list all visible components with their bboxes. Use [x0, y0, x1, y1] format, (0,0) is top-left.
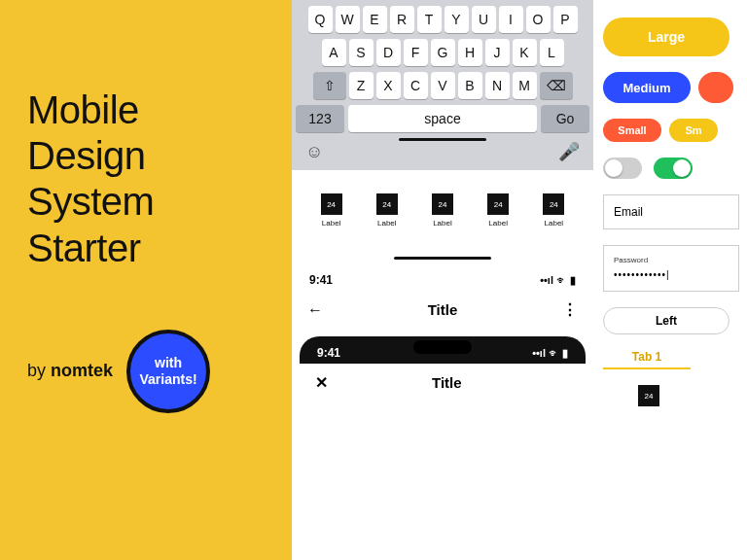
key-x[interactable]: X — [376, 72, 401, 99]
key-d[interactable]: D — [376, 39, 401, 66]
byline: by nomtek with Variants! — [27, 330, 265, 413]
icon-label-item[interactable]: 24Label — [432, 193, 453, 228]
icon-label-item[interactable]: 24Label — [321, 193, 342, 228]
toggle-knob — [605, 159, 622, 177]
toggle-off[interactable] — [603, 158, 642, 179]
toggle-on[interactable] — [654, 158, 693, 179]
emoji-icon[interactable]: ☺ — [305, 142, 323, 162]
mic-icon[interactable]: 🎤 — [558, 141, 580, 162]
small-button-row: Small Sm — [603, 119, 747, 142]
toggle-row — [603, 158, 747, 179]
nav-bar-light: ← Title ⋮ — [292, 291, 593, 329]
byline-text: by nomtek — [27, 361, 113, 381]
icon-label-item[interactable]: 24Label — [487, 193, 509, 228]
key-r[interactable]: R — [390, 6, 414, 33]
key-t[interactable]: T — [417, 6, 442, 33]
icon-label-item[interactable]: 24Label — [543, 193, 564, 228]
key-y[interactable]: Y — [445, 6, 469, 33]
middle-column: Q W E R T Y U I O P A S D F G H J K L ⇧ … — [292, 0, 593, 560]
email-label: Email — [614, 205, 643, 219]
wifi-icon: ᯤ — [556, 274, 567, 286]
key-u[interactable]: U — [472, 6, 496, 33]
medium-button[interactable]: Medium — [603, 72, 691, 103]
key-v[interactable]: V — [431, 72, 455, 99]
battery-icon: ▮ — [570, 274, 576, 287]
key-g[interactable]: G — [431, 39, 455, 66]
notch — [413, 340, 472, 354]
battery-icon: ▮ — [562, 347, 568, 360]
left-chip[interactable]: Left — [603, 307, 729, 334]
close-icon[interactable]: ✕ — [315, 373, 328, 392]
keyboard-row-3: ⇧ Z X C V B N M ⌫ — [296, 72, 589, 99]
wifi-icon: ᯤ — [549, 347, 559, 359]
key-i[interactable]: I — [499, 6, 523, 33]
icon-caption: Label — [433, 219, 452, 228]
placeholder-icon: 24 — [432, 193, 453, 215]
backspace-key[interactable]: ⌫ — [540, 72, 573, 99]
key-l[interactable]: L — [540, 39, 564, 66]
nav-title: Title — [432, 374, 462, 391]
key-a[interactable]: A — [322, 39, 346, 66]
status-icons: ••ıl ᯤ ▮ — [540, 274, 576, 287]
right-column: Large Medium Small Sm Email Password •••… — [593, 0, 747, 560]
key-e[interactable]: E — [363, 6, 387, 33]
variants-badge: with Variants! — [126, 330, 210, 413]
hero-title: Mobile Design System Starter — [27, 88, 265, 271]
back-arrow-icon[interactable]: ← — [307, 301, 323, 319]
medium-button-alt[interactable] — [698, 72, 733, 103]
key-w[interactable]: W — [336, 6, 360, 33]
mini-placeholder-icon: 24 — [638, 385, 659, 406]
small-button[interactable]: Small — [603, 119, 661, 142]
small-button-alt[interactable]: Sm — [669, 119, 718, 142]
hero-panel: Mobile Design System Starter by nomtek w… — [0, 0, 292, 560]
key-f[interactable]: F — [404, 39, 428, 66]
title-line: Design — [27, 134, 146, 177]
placeholder-icon: 24 — [487, 193, 509, 215]
key-m[interactable]: M — [513, 72, 537, 99]
password-field[interactable]: Password ••••••••••••| — [603, 245, 739, 292]
email-field[interactable]: Email — [603, 194, 739, 229]
more-icon[interactable]: ⋮ — [562, 300, 578, 319]
key-n[interactable]: N — [485, 72, 510, 99]
signal-icon: ••ıl — [532, 347, 546, 359]
keyboard-row-2: A S D F G H J K L — [296, 39, 589, 66]
key-s[interactable]: S — [349, 39, 374, 66]
icon-caption: Label — [488, 219, 508, 228]
title-line: System — [27, 180, 154, 223]
divider-bar — [394, 257, 491, 260]
space-key[interactable]: space — [348, 105, 537, 132]
key-q[interactable]: Q — [308, 6, 333, 33]
placeholder-icon: 24 — [376, 193, 398, 215]
title-line: Mobile — [27, 88, 139, 131]
ios-keyboard: Q W E R T Y U I O P A S D F G H J K L ⇧ … — [292, 0, 593, 170]
key-j[interactable]: J — [485, 39, 510, 66]
large-button[interactable]: Large — [603, 18, 729, 56]
spacer — [566, 374, 570, 392]
tab-1[interactable]: Tab 1 — [603, 350, 691, 369]
keyboard-row-4: 123 space Go — [296, 105, 589, 132]
key-h[interactable]: H — [458, 39, 482, 66]
password-value: ••••••••••••| — [614, 269, 670, 280]
shift-key[interactable]: ⇧ — [313, 72, 346, 99]
toggle-knob — [673, 159, 691, 177]
icon-label-item[interactable]: 24Label — [376, 193, 398, 228]
numeric-key[interactable]: 123 — [296, 105, 344, 132]
key-p[interactable]: P — [553, 6, 578, 33]
key-c[interactable]: C — [404, 72, 428, 99]
status-icons: ••ıl ᯤ ▮ — [532, 347, 568, 360]
key-z[interactable]: Z — [349, 72, 374, 99]
brand-name: nomtek — [51, 361, 113, 380]
key-b[interactable]: B — [458, 72, 482, 99]
placeholder-icon: 24 — [543, 193, 564, 215]
status-time: 9:41 — [309, 273, 333, 287]
go-key[interactable]: Go — [541, 105, 589, 132]
nav-bar-dark: ✕ Title — [300, 364, 586, 402]
signal-icon: ••ıl — [540, 274, 553, 286]
key-k[interactable]: K — [513, 39, 537, 66]
placeholder-icon: 24 — [321, 193, 342, 215]
title-line: Starter — [27, 227, 141, 269]
keyboard-row-1: Q W E R T Y U I O P — [296, 6, 589, 33]
status-bar-light: 9:41 ••ıl ᯤ ▮ — [292, 269, 593, 291]
key-o[interactable]: O — [526, 6, 551, 33]
password-label: Password — [614, 256, 729, 264]
